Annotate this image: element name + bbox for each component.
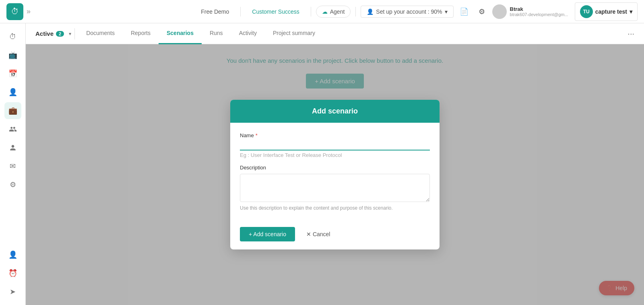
setup-label: Set up your account : 90%	[376, 8, 442, 15]
active-dropdown-arrow[interactable]: ▾	[69, 31, 71, 37]
sidebar-item-mail[interactable]: ✉	[4, 158, 21, 175]
agent-cloud-icon: ☁	[322, 8, 328, 15]
sidebar-item-calendar[interactable]: 📅	[4, 65, 21, 82]
agent-label: Agent	[330, 8, 345, 15]
sidebar-item-group[interactable]	[4, 139, 21, 156]
modal-cancel-button[interactable]: ✕ Cancel	[300, 227, 336, 241]
workspace-chevron-icon: ▾	[630, 8, 632, 15]
nav-divider-3	[355, 7, 356, 16]
modal-add-scenario-button[interactable]: + Add scenario	[240, 227, 295, 241]
tab-project-summary[interactable]: Project summary	[265, 23, 323, 44]
description-hint: Use this description to explain the cont…	[240, 205, 430, 211]
user-name: Btrak	[510, 6, 568, 12]
sidebar-item-clock[interactable]: ⏱	[4, 28, 21, 45]
content-area: Active 2 ▾ Documents Reports Scenarios R…	[26, 23, 644, 305]
document-icon-button[interactable]: 📄	[457, 4, 471, 19]
nav-agent-button[interactable]: ☁ Agent	[316, 6, 351, 18]
expand-icon[interactable]: »	[27, 7, 31, 16]
setup-chevron-icon: ▾	[445, 8, 448, 15]
setup-person-icon: 👤	[367, 8, 374, 15]
modal-body: Name * Eg : User Interface Test or Relea…	[230, 123, 440, 227]
modal-header: Add scenario	[230, 100, 440, 123]
sidebar-item-send[interactable]: ➤	[4, 283, 21, 300]
gear-icon-button[interactable]: ⚙	[475, 4, 489, 19]
user-avatar[interactable]	[492, 4, 507, 19]
active-filter[interactable]: Active 2	[35, 30, 64, 37]
user-email: btrak607-development@gm...	[510, 12, 568, 17]
active-count-badge: 2	[56, 31, 64, 37]
modal-overlay: Add scenario Name * Eg : User Interface …	[26, 44, 644, 305]
sidebar: ⏱ 📺 📅 👤 💼 ✉ ⚙ 👤 ⏰ ➤	[0, 23, 26, 305]
required-marker: *	[256, 132, 258, 138]
sub-nav-tabs: Documents Reports Scenarios Runs Activit…	[78, 23, 627, 44]
name-form-group: Name * Eg : User Interface Test or Relea…	[240, 132, 430, 158]
workspace-avatar: TU	[580, 5, 593, 18]
sub-nav: Active 2 ▾ Documents Reports Scenarios R…	[26, 23, 644, 44]
sidebar-item-briefcase[interactable]: 💼	[4, 102, 21, 119]
more-options-button[interactable]: ···	[627, 29, 634, 38]
workspace-label: capture test	[595, 8, 627, 15]
sidebar-item-tv[interactable]: 📺	[4, 47, 21, 64]
workspace-button[interactable]: TU capture test ▾	[575, 2, 638, 21]
name-input[interactable]	[240, 140, 430, 150]
tab-reports[interactable]: Reports	[123, 23, 159, 44]
description-label: Description	[240, 165, 430, 171]
sidebar-item-user2[interactable]: 👤	[4, 246, 21, 263]
sidebar-item-settings[interactable]: ⚙	[4, 176, 21, 193]
logo-icon: ⏱	[11, 7, 19, 16]
sidebar-item-alarm[interactable]: ⏰	[4, 265, 21, 282]
modal-footer: + Add scenario ✕ Cancel	[230, 227, 440, 249]
nav-setup-button[interactable]: 👤 Set up your account : 90% ▾	[361, 6, 453, 18]
tab-scenarios[interactable]: Scenarios	[159, 23, 202, 44]
active-label: Active	[35, 30, 54, 37]
sub-nav-actions: ···	[627, 29, 634, 38]
nav-links: Free Demo Customer Success ☁ Agent 👤 Set…	[194, 6, 453, 18]
tab-runs[interactable]: Runs	[202, 23, 231, 44]
name-label: Name *	[240, 132, 430, 138]
nav-divider	[240, 7, 241, 16]
logo-button[interactable]: ⏱	[6, 3, 23, 20]
description-textarea[interactable]	[240, 174, 430, 202]
add-scenario-modal: Add scenario Name * Eg : User Interface …	[230, 100, 440, 249]
nav-link-customer-success[interactable]: Customer Success	[246, 6, 305, 17]
name-placeholder-text: Eg : User Interface Test or Release Prot…	[240, 152, 430, 158]
nav-divider-2	[311, 7, 311, 16]
main-layout: ⏱ 📺 📅 👤 💼 ✉ ⚙ 👤 ⏰ ➤ Active 2 ▾ Documents	[0, 23, 644, 305]
nav-link-free-demo[interactable]: Free Demo	[194, 6, 235, 17]
user-info[interactable]: Btrak btrak607-development@gm...	[510, 6, 568, 17]
top-nav: ⏱ » Free Demo Customer Success ☁ Agent 👤…	[0, 0, 644, 23]
sidebar-item-person[interactable]: 👤	[4, 84, 21, 101]
sub-nav-separator	[74, 28, 75, 39]
description-form-group: Description Use this description to expl…	[240, 165, 430, 211]
page-content: You don't have any scenarios in the proj…	[26, 44, 644, 305]
tab-activity[interactable]: Activity	[231, 23, 265, 44]
sidebar-item-team[interactable]	[4, 121, 21, 138]
tab-documents[interactable]: Documents	[78, 23, 123, 44]
